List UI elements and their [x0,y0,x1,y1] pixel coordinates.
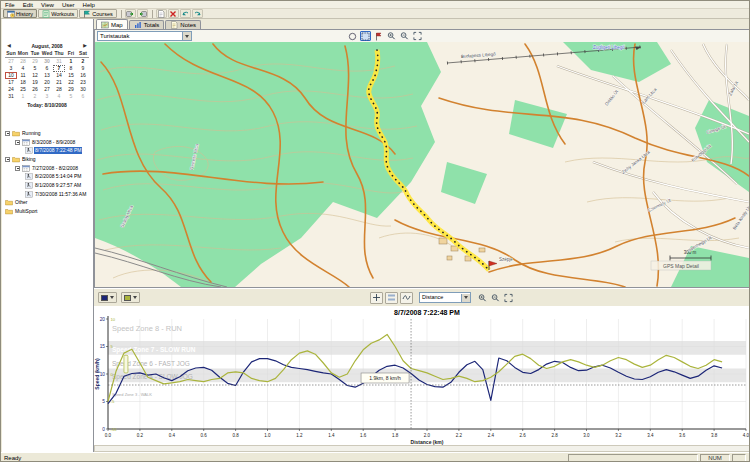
receive-from-device-button[interactable] [125,9,136,18]
calendar-date[interactable]: 21 [53,79,65,86]
map-pan-button[interactable] [347,31,358,41]
menu-file[interactable]: File [1,1,19,9]
calendar-date[interactable]: 6 [41,65,53,72]
calendar-date[interactable]: 26 [29,86,41,93]
toolbar-button-courses[interactable]: Courses [79,9,116,18]
series2-color-button[interactable] [121,292,140,303]
map-marker-button[interactable] [373,31,384,41]
map-zoom-select-button[interactable] [360,31,371,41]
calendar-date[interactable]: 30 [77,86,89,93]
calendar-date[interactable]: 4 [53,93,65,100]
tree-expander-icon[interactable] [15,166,20,171]
calendar-date[interactable]: 3 [41,93,53,100]
calendar-date[interactable]: 3 [5,65,17,72]
menu-help[interactable]: Help [79,1,99,9]
chart-smooth-button[interactable] [400,292,413,304]
tab-map[interactable]: Map [96,19,128,29]
calendar-date[interactable]: 19 [29,79,41,86]
left-sidebar: ◀ August, 2008 ▶ SunMonTueWedThuFriSat 2… [2,19,94,452]
calendar-date[interactable]: 20 [41,79,53,86]
tab-totals[interactable]: Totals [129,20,165,29]
calendar-date[interactable]: 16 [77,72,89,79]
series1-color-button[interactable] [98,292,117,303]
calendar-date[interactable]: 29 [29,58,41,65]
calendar-date[interactable]: 24 [5,86,17,93]
calendar-date[interactable]: 8 [65,65,77,72]
calendar-date[interactable]: 31 [53,58,65,65]
tree-item[interactable]: Biking [4,155,92,164]
calendar-today-label[interactable]: Today: 8/10/2008 [5,102,89,108]
report-button[interactable] [156,9,167,18]
calendar-date[interactable]: 28 [17,58,29,65]
calendar-prev-button[interactable]: ◀ [5,43,13,48]
calendar-date[interactable]: 29 [65,86,77,93]
calendar-date[interactable]: 12 [29,72,41,79]
calendar-date[interactable]: 11 [17,72,29,79]
map-layer-dropdown-button[interactable] [182,32,191,40]
calendar-date[interactable]: 27 [5,58,17,65]
calendar-date[interactable]: 1 [17,93,29,100]
calendar-date[interactable]: 13 [41,72,53,79]
chart-area[interactable]: Speed Zone 8 - RUNSpeed Zone 7 - SLOW RU… [94,306,750,445]
calendar-date[interactable]: 17 [5,79,17,86]
calendar-date[interactable]: 18 [17,79,29,86]
calendar-date[interactable]: 25 [17,86,29,93]
map-layer-select[interactable]: Turistautak [97,31,192,41]
calendar-date[interactable]: 6 [77,93,89,100]
chart-zones-button[interactable] [385,292,398,304]
chart-zoom-fit-button[interactable] [503,293,514,303]
undo-button[interactable] [180,9,191,18]
tree-item[interactable]: 7/30/2008 11:57:36 AM [4,190,92,199]
chart-x-axis-dropdown-button[interactable] [461,294,470,302]
tree-expander-icon[interactable] [15,140,20,145]
calendar-date[interactable]: 31 [5,93,17,100]
menu-edit[interactable]: Edit [19,1,37,9]
calendar-date[interactable]: 2 [77,58,89,65]
menu-view[interactable]: View [37,1,58,9]
chart-zoom-out-button[interactable] [490,293,501,303]
tree-expander-icon[interactable] [5,131,10,136]
calendar-next-button[interactable]: ▶ [81,43,89,48]
calendar-date[interactable]: 15 [65,72,77,79]
map-zoom-in-button[interactable] [386,31,397,41]
tab-notes[interactable]: Notes [165,20,201,29]
calendar-date[interactable]: 4 [17,65,29,72]
toolbar-button-workouts[interactable]: Workouts [38,9,78,18]
map-zoom-fit-button[interactable] [412,31,423,41]
tree-item[interactable]: Running [4,129,92,138]
calendar-date[interactable]: 28 [53,86,65,93]
calendar-date[interactable]: 30 [41,58,53,65]
calendar-date[interactable]: 10 [5,72,17,79]
tree-item-label: 8/1/2008 9:27:57 AM [34,182,82,189]
redo-button[interactable] [192,9,203,18]
calendar-date[interactable]: 27 [41,86,53,93]
tree-item[interactable]: 8/2/2008 5:14:04 PM [4,172,92,181]
horizontal-scrollbar[interactable] [94,445,750,452]
chart-zoom-in-button[interactable] [477,293,488,303]
calendar-date[interactable]: 7 [53,65,65,72]
calendar-date[interactable]: 1 [65,58,77,65]
calendar-date[interactable]: 2 [29,93,41,100]
calendar-date[interactable]: 5 [65,93,77,100]
tree-expander-icon[interactable] [5,157,10,162]
chart-x-axis-select[interactable]: Distance [419,292,471,303]
menu-user[interactable]: User [58,1,79,9]
calendar-date[interactable]: 23 [77,79,89,86]
tree-item[interactable]: 8/1/2008 9:27:57 AM [4,181,92,190]
calendar-date[interactable]: 22 [65,79,77,86]
calendar-date[interactable]: 5 [29,65,41,72]
delete-button[interactable] [168,9,179,18]
chart-crosshair-button[interactable] [370,292,383,304]
tree-item[interactable]: 8/7/2008 7:22:48 PM [4,146,92,155]
toolbar-button-history[interactable]: History [3,9,37,18]
calendar-date[interactable]: 14 [53,72,65,79]
tree-item[interactable]: 8/3/2008 - 8/9/2008 [4,138,92,147]
tree-item[interactable]: Other [4,199,92,208]
calendar-date[interactable]: 9 [77,65,89,72]
map-zoom-out-button[interactable] [399,31,410,41]
send-to-device-button[interactable] [137,9,148,18]
map-canvas[interactable]: 300 m GPS Map Detail Budapesti LibegőZug… [95,42,749,287]
tree-item[interactable]: 7/27/2008 - 8/2/2008 [4,164,92,173]
tree-item-label: Running [21,130,42,137]
tree-item[interactable]: MultiSport [4,207,92,216]
